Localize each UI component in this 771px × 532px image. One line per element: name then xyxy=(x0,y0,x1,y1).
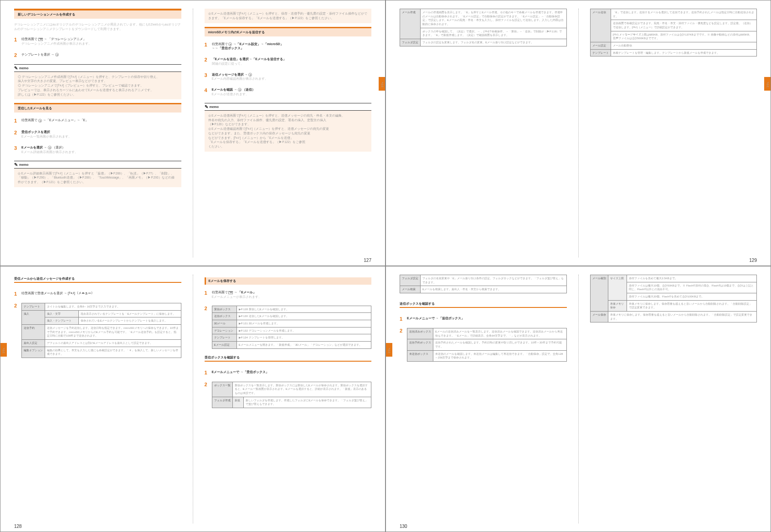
size-table: メール種別 サイズ上限 添付ファイルを含めて最大2.5KBまで。 添付ファイルは… xyxy=(590,275,757,322)
step-text: 待受画面で xyxy=(21,118,37,122)
arrow-icon xyxy=(234,88,237,91)
center-key-icon xyxy=(228,42,232,46)
table-right: メール送信 「E」で送信します。送信するメールを選択して送信できます。送信予約さ… xyxy=(590,9,757,56)
step-text: テンプレートを選択 xyxy=(21,53,50,56)
intro-text: デコレーションアニメにはauオリジナルのデコレーションアニメが用意されています。… xyxy=(14,22,181,31)
step-note: デコレーションアニメ作成画面が表示されます。 xyxy=(21,41,181,46)
step-tail: 「Eメール」 xyxy=(238,291,256,294)
memo-block-3: memo ◎ Eメール送信画面で[ｱﾆﾒ]（メニュー）を押すと、送信メッセージの… xyxy=(205,103,372,152)
tab-label: メール xyxy=(387,346,391,352)
arrow-icon xyxy=(212,46,215,50)
arrow-icon xyxy=(44,146,47,149)
memo-heading: memo xyxy=(205,103,372,111)
memo-body: ◎ Eメール送信画面で[ｱﾆﾒ]（メニュー）を押すと、送信メッセージの宛先・件名… xyxy=(205,111,372,152)
row-body: メール自動受信 xyxy=(611,42,757,50)
tab-label: メール xyxy=(766,80,770,86)
step-text: 待受画面で受信メールを選択 → [ｱﾆﾒ]（メニュー） xyxy=(21,291,181,297)
step-c1: 1 待受画面で →「Eメール設定」→「microSD」 →「受信ボックス」 xyxy=(205,42,372,51)
row-label: テンプレート xyxy=(590,49,611,56)
tab-label: メール xyxy=(380,80,384,86)
memo-body: ◎ デコレーションアニメ作成画面で[ｱﾆﾒ]（メニュー）を押すと、テンプレートの… xyxy=(14,72,181,100)
right-column: ◎ Eメール送信画面で[ｱﾆﾒ]（メニュー）を押すと、保存・送信予約・優先度の設… xyxy=(205,9,372,257)
row-label: メール設定 xyxy=(590,42,611,50)
left-column: 新しいデコレーションメールを作成する デコレーションアニメにはauオリジナルのデ… xyxy=(14,9,181,257)
step-text: 待受画面で xyxy=(21,37,37,41)
step-2: 2 送信済みボックスEメールの送信済みメールを一覧表示します。送信済みメールを確… xyxy=(400,328,567,362)
memo-heading: memo xyxy=(14,64,181,72)
step-tail: （送信） xyxy=(242,88,255,91)
tab-label: メール xyxy=(1,346,5,352)
step-d1: 1 Eメールメニューで →「受信ボックス」 xyxy=(205,370,372,375)
page-127: メール 新しいデコレーションメールを作成する デコレーションアニメにはauオリジ… xyxy=(0,0,386,266)
heading-reply: 受信メールから送信メッセージを作成する xyxy=(14,276,181,283)
memo-block-2: memo ◎ Eメール詳細表示画面で[ｱﾆﾒ]（メニュー）を押すと「返信」（▶P… xyxy=(14,161,181,187)
left-column: フォルダ設定フォルダの名前変更や「E」メール振り分け条件の設定、フォルダロックな… xyxy=(400,275,567,523)
step-tail: →「Eメールメニュー」→「E」 xyxy=(43,118,88,122)
column-separator xyxy=(193,9,193,257)
arrow-icon xyxy=(244,73,247,76)
page-number: 128 xyxy=(14,524,22,529)
step-d2: 2 ボックス一覧受信ボックスを一覧表示します。受信ボックスには受信したEメールが… xyxy=(205,382,372,408)
page-129: メール メール作成 メールの作成画面を表示します。「E」を押すとEメール作成、そ… xyxy=(386,0,771,266)
options-table: テンプレートタイトルを編集します。全角8～16文字まで入力できます。 挿入挿入・… xyxy=(21,303,181,358)
step-note: Eメール一覧画面が表示されます。 xyxy=(21,134,181,139)
cont-table: フォルダ設定フォルダの名前変更や「E」メール振り分け条件の設定、フォルダロックな… xyxy=(400,275,567,293)
right-column: Eメールを保存する 1 待受画面で 「Eメール」 Eメールメニューが表示されます… xyxy=(205,275,372,523)
step-1: 1 待受画面で 「デコレーションアニメ」 デコレーションアニメ作成画面が表示され… xyxy=(14,37,181,46)
step-text: 受信ボックスを選択 xyxy=(21,130,50,133)
row-body: メールの作成画面を表示します。「E」を押すとEメール作成、その他のキーで各種メー… xyxy=(421,9,567,28)
step-c2: 2 「Eメールを送信」を選択→「Eメールを送信する」 関連の設定に従って、 xyxy=(205,57,372,66)
mail-icon xyxy=(38,38,43,41)
heading-save-email: Eメールを保存する xyxy=(205,277,372,285)
page-number: 129 xyxy=(749,258,757,263)
heading-deco-mail: 新しいデコレーションメールを作成する xyxy=(14,9,181,19)
left-column: メール作成 メールの作成画面を表示します。「E」を押すとEメール作成、その他のキ… xyxy=(400,9,567,257)
step-text: 送信メッセージを選択 xyxy=(212,73,244,76)
row-body: 各種テンプレートを管理・編集します。テンプレートから新規メールを作成できます。 xyxy=(611,49,757,56)
center-key-icon xyxy=(48,146,51,149)
step-b1: 1 待受画面で →「Eメールメニュー」→「E」 xyxy=(14,118,181,123)
step-text: Eメールを選択 xyxy=(21,146,43,149)
step-text: 待受画面で xyxy=(212,291,228,294)
step-tail: 「デコレーションアニメ」 xyxy=(48,37,86,41)
left-column: 受信メールから送信メッセージを作成する 1 待受画面で受信メールを選択 → [ｱ… xyxy=(14,275,181,523)
step-text: Eメールメニューで →「送信ボックス」 xyxy=(407,317,464,320)
step-c4: 4 Eメールを確認 （送信） Eメールが送信されます。 xyxy=(205,87,372,97)
heading-microsd: microSDメモリ内のEメールを送信する xyxy=(205,27,372,36)
mail-icon xyxy=(228,291,233,294)
step-1: 1 Eメールメニューで →「送信ボックス」 xyxy=(400,316,567,322)
row-label: フォルダ設定 xyxy=(400,39,421,46)
step-text: 「Eメールを送信」を選択→「Eメールを送信する」 xyxy=(212,57,286,61)
arrow-icon xyxy=(234,291,237,294)
column-separator xyxy=(193,275,193,523)
step-note: 関連の設定に従って、 xyxy=(212,61,372,66)
step-r1: 1 待受画面で 「Eメール」 Eメールメニューが表示されます。 xyxy=(205,290,372,299)
row-label: メール作成 xyxy=(400,9,421,39)
step-2: 2 テンプレートを選択 xyxy=(14,52,181,58)
row-body: 送信画面で各種設定ができます。宛先・件名・本文・添付ファイル・優先度などを設定し… xyxy=(611,20,757,31)
step-number: 2 xyxy=(14,52,19,58)
heading-view-email: 受信したEメールを見る xyxy=(14,103,181,113)
column-separator xyxy=(578,275,579,523)
memo-body: ◎ Eメール詳細表示画面で[ｱﾆﾒ]（メニュー）を押すと「返信」（▶P.266）… xyxy=(14,169,181,187)
step-number: 1 xyxy=(14,37,19,46)
row-body: フォルダの設定を変更します。フォルダ名の変更、Eメール振り分け設定などができます… xyxy=(421,39,567,46)
column-separator xyxy=(578,9,579,257)
inbox-table: ボックス一覧受信ボックスを一覧表示します。受信ボックスには受信したEメールが保存… xyxy=(212,382,372,408)
memo-block: memo ◎ デコレーションアニメ作成画面で[ｱﾆﾒ]（メニュー）を押すと、テン… xyxy=(14,64,181,100)
right-column: メール種別 サイズ上限 添付ファイルを含めて最大2.5KBまで。 添付ファイルは… xyxy=(590,275,757,523)
page-number: 130 xyxy=(400,524,407,529)
arrow-icon xyxy=(51,53,54,56)
step-c3: 3 送信メッセージを選択 Eメール内容確認画面が表示されます。 xyxy=(205,72,372,82)
center-key-icon xyxy=(238,88,242,92)
right-column: メール送信 「E」で送信します。送信するメールを選択して送信できます。送信予約さ… xyxy=(590,9,757,257)
center-key-icon xyxy=(55,53,59,56)
row-label: メール送信 xyxy=(590,9,611,42)
arrow-icon xyxy=(44,37,47,41)
step-note: Eメール内容確認画面が表示されます。 xyxy=(212,77,372,81)
center-key-icon xyxy=(248,73,252,77)
step-note: Eメールが送信されます。 xyxy=(212,92,372,97)
heading-sentbox: 送信ボックスを確認する xyxy=(400,302,567,308)
step-text: Eメールを確認 xyxy=(212,88,233,91)
center-key-icon xyxy=(38,119,42,123)
